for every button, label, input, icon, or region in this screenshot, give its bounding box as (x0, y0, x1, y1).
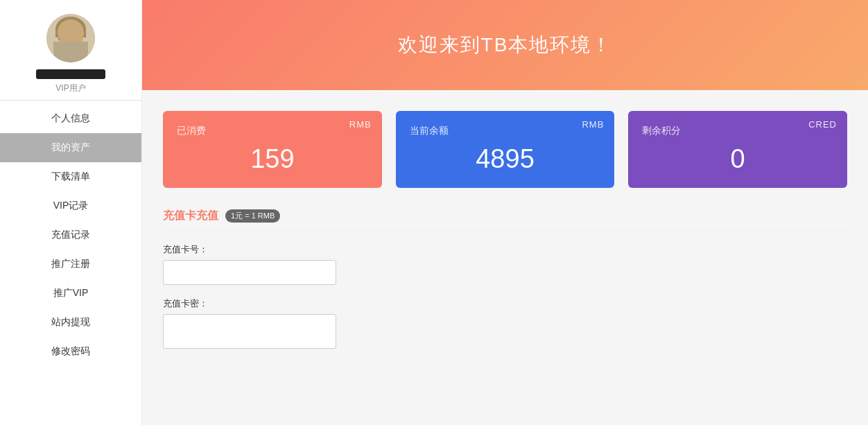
rate-badge: 1元 = 1 RMB (225, 209, 280, 223)
card-password-input[interactable] (163, 314, 336, 349)
avatar-image (46, 14, 95, 62)
consumed-value: 159 (177, 144, 368, 174)
svg-point-1 (55, 17, 86, 42)
svg-rect-4 (59, 33, 68, 40)
card-password-label: 充值卡密： (163, 297, 847, 310)
card-number-input[interactable] (163, 260, 336, 285)
header-banner: 欢迎来到TB本地环境！ (142, 0, 868, 90)
sidebar-item-vip-records[interactable]: VIP记录 (0, 191, 141, 220)
sidebar-item-withdraw[interactable]: 站内提现 (0, 308, 141, 337)
sidebar-item-change-password[interactable]: 修改密码 (0, 337, 141, 366)
svg-point-8 (51, 51, 90, 62)
recharge-title: 充值卡充值 (163, 209, 218, 223)
credits-label: 剩余积分 (642, 125, 833, 137)
svg-point-3 (58, 22, 83, 50)
stat-card-balance: RMB 当前余额 4895 (396, 111, 615, 188)
sidebar-item-recharge-records[interactable]: 充值记录 (0, 220, 141, 250)
stat-card-credits: CRED 剩余积分 0 (628, 111, 847, 188)
credits-value: 0 (642, 144, 833, 174)
sidebar-item-download-list[interactable]: 下载清单 (0, 162, 141, 191)
svg-rect-5 (73, 33, 82, 40)
consumed-label: 已消费 (177, 125, 368, 137)
card-password-group: 充值卡密： (163, 297, 847, 349)
sidebar-item-my-assets[interactable]: 我的资产 (0, 133, 141, 162)
balance-label: 当前余额 (410, 125, 601, 137)
svg-point-7 (69, 41, 72, 43)
sidebar-item-promote-register[interactable]: 推广注册 (0, 250, 141, 279)
svg-rect-0 (46, 14, 95, 62)
main-content: 欢迎来到TB本地环境！ RMB 已消费 159 RMB 当前余额 4895 CR… (142, 0, 868, 425)
balance-value: 4895 (410, 144, 601, 174)
stats-row: RMB 已消费 159 RMB 当前余额 4895 CRED 剩余积分 0 (142, 90, 868, 202)
recharge-section: 充值卡充值 1元 = 1 RMB 充值卡号： 充值卡密： (142, 202, 868, 370)
sidebar-item-promote-vip[interactable]: 推广VIP (0, 279, 141, 308)
card-number-group: 充值卡号： (163, 243, 847, 285)
sidebar: VIP用户 个人信息 我的资产 下载清单 VIP记录 充值记录 推广注册 推广V… (0, 0, 142, 425)
stat-card-consumed: RMB 已消费 159 (163, 111, 382, 188)
header-title: 欢迎来到TB本地环境！ (398, 32, 613, 58)
username-bar (36, 69, 105, 79)
recharge-title-row: 充值卡充值 1元 = 1 RMB (163, 209, 847, 231)
sidebar-item-personal-info[interactable]: 个人信息 (0, 104, 141, 133)
avatar (46, 14, 95, 62)
card-number-label: 充值卡号： (163, 243, 847, 256)
vip-label: VIP用户 (0, 83, 141, 101)
svg-rect-2 (55, 29, 86, 37)
